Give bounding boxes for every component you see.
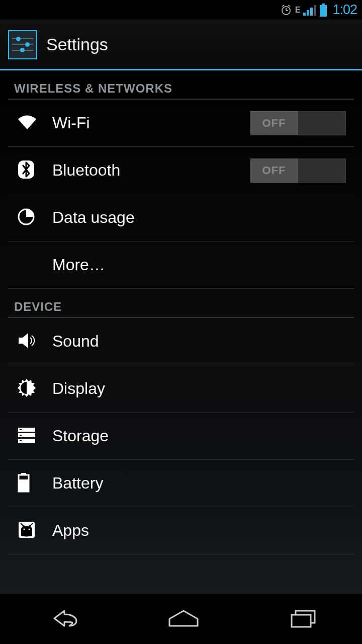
svg-rect-8 (314, 5, 316, 16)
svg-rect-19 (20, 440, 22, 441)
label-wifi: Wi-Fi (52, 114, 250, 132)
label-bluetooth: Bluetooth (52, 161, 250, 180)
settings-icon (8, 30, 37, 59)
data-usage-icon (17, 208, 35, 228)
row-wifi[interactable]: Wi-Fi OFF (8, 100, 354, 147)
label-data-usage: Data usage (52, 208, 354, 227)
action-bar: Settings (0, 20, 362, 70)
battery-icon (319, 4, 327, 17)
clock-label: 1:02 (332, 2, 357, 18)
label-display: Display (52, 379, 354, 398)
svg-rect-10 (320, 5, 327, 17)
row-bluetooth[interactable]: Bluetooth OFF (8, 147, 354, 194)
svg-rect-22 (19, 479, 29, 492)
recents-button[interactable] (283, 607, 323, 632)
sound-icon (17, 332, 37, 352)
nav-bar (0, 594, 362, 644)
section-header-device: DEVICE (8, 289, 354, 318)
row-battery[interactable]: Battery (8, 460, 354, 507)
row-display[interactable]: Display (8, 365, 354, 413)
alarm-icon (280, 4, 292, 16)
section-header-wireless: WIRELESS & NETWORKS (8, 70, 354, 100)
bluetooth-icon (17, 159, 35, 182)
svg-rect-5 (303, 13, 306, 16)
page-title: Settings (46, 35, 108, 54)
svg-rect-18 (20, 435, 22, 436)
status-bar: E 1:02 (0, 0, 362, 20)
svg-point-29 (29, 528, 30, 530)
svg-rect-6 (307, 10, 309, 16)
svg-point-28 (24, 528, 25, 530)
row-data-usage[interactable]: Data usage (8, 194, 354, 242)
wifi-icon (17, 114, 37, 132)
toggle-bluetooth[interactable]: OFF (250, 158, 346, 183)
toggle-wifi[interactable]: OFF (250, 111, 346, 135)
home-button[interactable] (163, 607, 204, 632)
row-storage[interactable]: Storage (8, 413, 354, 460)
settings-list[interactable]: WIRELESS & NETWORKS Wi-Fi OFF Bluetooth … (0, 70, 362, 594)
svg-line-3 (282, 5, 284, 7)
row-sound[interactable]: Sound (8, 318, 354, 365)
svg-rect-7 (310, 8, 313, 16)
svg-rect-9 (322, 4, 325, 5)
label-sound: Sound (52, 332, 354, 351)
display-icon (17, 378, 36, 399)
back-button[interactable] (39, 607, 84, 632)
row-apps[interactable]: Apps (8, 507, 354, 554)
apps-icon (17, 520, 36, 541)
label-apps: Apps (52, 521, 354, 540)
label-battery: Battery (52, 474, 354, 493)
network-type-label: E (295, 6, 301, 15)
svg-rect-17 (20, 429, 22, 430)
label-storage: Storage (52, 427, 354, 445)
row-more[interactable]: More… (8, 242, 354, 289)
battery-setting-icon (17, 472, 30, 495)
svg-line-4 (288, 5, 290, 7)
svg-rect-30 (292, 615, 311, 627)
signal-icon (303, 4, 316, 16)
label-more: More… (52, 256, 354, 274)
storage-icon (17, 427, 36, 446)
